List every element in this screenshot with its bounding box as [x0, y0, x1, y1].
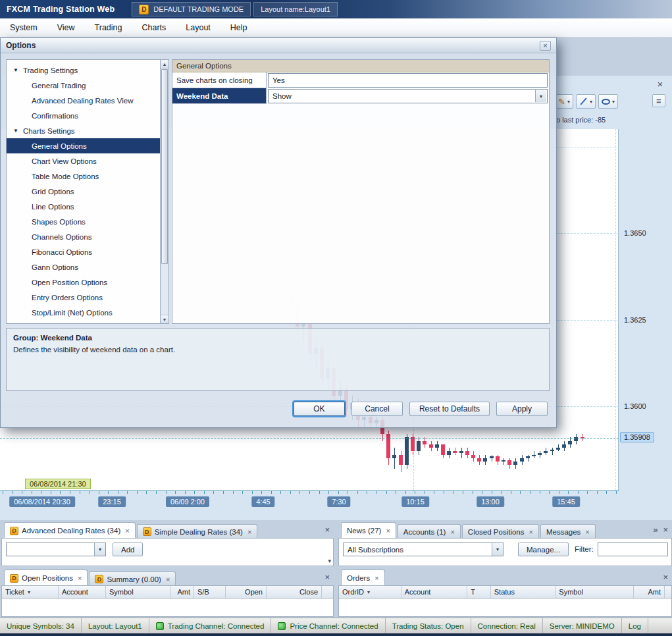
tree-item-gann-options[interactable]: Gann Options	[7, 259, 160, 275]
orders-tab-orders[interactable]: Orders×	[341, 570, 385, 586]
tab-close-icon[interactable]: ×	[78, 574, 82, 582]
tree-item-fibonacci-options[interactable]: Fibonacci Options	[7, 244, 160, 259]
instrument-dropdown[interactable]: ▾	[6, 543, 106, 556]
ok-button[interactable]: OK	[294, 402, 345, 416]
scrollbar-thumb[interactable]	[161, 69, 168, 264]
news-tab-closed-positions[interactable]: Closed Positions×	[462, 524, 539, 539]
dropdown-arrow-icon[interactable]: ▾	[535, 90, 546, 102]
chevron-down-icon[interactable]: ▾	[492, 543, 503, 556]
tree-item-trading-settings[interactable]: ▼Trading Settings	[7, 63, 160, 78]
tree-item-entry-orders-options[interactable]: Entry Orders Options	[7, 290, 160, 305]
news-tabbar: News (27)×Accounts (1)×Closed Positions×…	[338, 521, 672, 539]
tab-close-icon[interactable]: ×	[585, 528, 589, 536]
news-tab-messages[interactable]: Messages×	[540, 524, 596, 539]
column-header-account[interactable]: Account	[401, 586, 468, 598]
tab-close-icon[interactable]: ×	[375, 574, 378, 582]
close-icon[interactable]: ×	[655, 78, 665, 90]
shape-tool-button[interactable]: ▾	[598, 94, 618, 109]
column-header-amt[interactable]: Amt	[634, 586, 665, 598]
scroll-up-icon[interactable]: ▲	[161, 60, 168, 68]
positions-tab-summary-0-00[interactable]: DSummary (0.00)×	[89, 571, 176, 586]
panel-close-icon[interactable]: ×	[663, 572, 668, 582]
tree-item-shapes-options[interactable]: Shapes Options	[7, 214, 160, 229]
collapse-triangle-icon[interactable]: ▼	[13, 67, 18, 73]
add-button[interactable]: Add	[113, 543, 143, 556]
column-header-amt[interactable]: Amt	[170, 586, 194, 598]
column-header-account[interactable]: Account	[59, 586, 106, 598]
tree-item-charts-settings[interactable]: ▼Charts Settings	[7, 123, 160, 138]
setting-value-save-charts-on-closing[interactable]: Yes	[268, 73, 548, 88]
tree-item-confirmations[interactable]: Confirmations	[7, 108, 160, 123]
dealing-tab-simple-dealing-rates-34[interactable]: DSimple Dealing Rates (34)×	[137, 524, 258, 539]
news-tab-accounts-1[interactable]: Accounts (1)×	[398, 524, 461, 539]
panel-close-icon[interactable]: ×	[324, 525, 330, 535]
tree-scrollbar[interactable]: ▲ ▼	[160, 59, 169, 324]
tab-close-icon[interactable]: ×	[125, 527, 129, 535]
tree-item-table-mode-options[interactable]: Table Mode Options	[7, 169, 160, 184]
dialog-title: Options	[6, 41, 36, 50]
tab-close-icon[interactable]: ×	[247, 528, 251, 536]
reset-to-defaults-button[interactable]: Reset to Defaults	[409, 402, 490, 416]
subscriptions-dropdown[interactable]: All Subscriptions ▾	[343, 543, 504, 556]
column-header-status[interactable]: Status	[491, 586, 556, 598]
column-header-symbol[interactable]: Symbol	[556, 586, 633, 598]
filter-input[interactable]	[598, 543, 668, 556]
collapse-triangle-icon[interactable]: ▼	[13, 128, 18, 134]
time-axis-tick	[511, 491, 511, 494]
trading-mode-selector[interactable]: D DEFAULT TRADING MODE	[132, 2, 251, 16]
scroll-down-icon[interactable]: ▾	[328, 558, 331, 564]
tree-item-general-trading[interactable]: General Trading	[7, 78, 160, 93]
apply-button[interactable]: Apply	[496, 402, 548, 416]
candle	[507, 460, 511, 465]
time-axis-tick	[299, 491, 300, 494]
tab-close-icon[interactable]: ×	[386, 527, 390, 535]
news-tab-news-27[interactable]: News (27)×	[341, 522, 396, 539]
chevron-down-icon[interactable]: ▾	[612, 99, 615, 105]
menu-item-help[interactable]: Help	[220, 18, 257, 37]
column-header-ticket[interactable]: Ticket▾	[2, 586, 59, 598]
sort-caret-icon[interactable]: ▾	[367, 589, 370, 595]
tab-close-icon[interactable]: ×	[450, 528, 454, 536]
tab-overflow-icon[interactable]: »	[653, 525, 658, 535]
column-header-open[interactable]: Open	[226, 586, 267, 598]
chevron-down-icon[interactable]: ▾	[567, 99, 570, 105]
dealing-rates-body: ▾ Add ▾	[1, 538, 334, 566]
tab-close-icon[interactable]: ×	[166, 575, 170, 583]
dialog-title-bar[interactable]: Options ×	[1, 38, 556, 53]
panel-close-icon[interactable]: ×	[324, 572, 330, 582]
pencil-tool-button[interactable]: ✎ ▾	[555, 94, 573, 109]
tree-item-general-options[interactable]: General Options	[7, 138, 160, 153]
setting-value-weekend-data[interactable]: Show▾	[268, 89, 548, 103]
line-tool-button[interactable]: ▾	[576, 94, 596, 109]
column-header-s-b[interactable]: S/B	[194, 586, 226, 598]
panel-close-icon[interactable]: ×	[663, 525, 668, 535]
column-header-close[interactable]: Close	[267, 586, 322, 598]
menu-item-trading[interactable]: Trading	[85, 18, 132, 37]
chevron-down-icon[interactable]: ▾	[590, 99, 592, 105]
menu-item-layout[interactable]: Layout	[176, 18, 220, 37]
column-header-symbol[interactable]: Symbol	[106, 586, 170, 598]
dealing-tab-advanced-dealing-rates-34[interactable]: DAdvanced Dealing Rates (34)×	[4, 522, 136, 539]
close-icon[interactable]: ×	[540, 41, 551, 51]
menu-item-system[interactable]: System	[0, 18, 47, 37]
tree-item-chart-view-options[interactable]: Chart View Options	[7, 153, 160, 169]
manage-button[interactable]: Manage...	[518, 543, 569, 556]
sort-caret-icon[interactable]: ▾	[28, 589, 30, 595]
tree-item-advanced-dealing-rates-view[interactable]: Advanced Dealing Rates View	[7, 93, 160, 108]
tree-item-stop-limit-net-options[interactable]: Stop/Limit (Net) Options	[7, 305, 160, 320]
tree-item-open-position-options[interactable]: Open Position Options	[7, 275, 160, 290]
scroll-down-icon[interactable]: ▼	[161, 315, 168, 323]
cancel-button[interactable]: Cancel	[351, 402, 403, 416]
column-header-ordrid[interactable]: OrdrID▾	[339, 586, 401, 598]
positions-tab-open-positions[interactable]: DOpen Positions×	[4, 570, 88, 586]
menu-item-charts[interactable]: Charts	[132, 18, 176, 37]
chevron-down-icon[interactable]: ▾	[94, 543, 105, 556]
column-header-t[interactable]: T	[467, 586, 491, 598]
tab-close-icon[interactable]: ×	[529, 528, 533, 536]
tree-item-line-options[interactable]: Line Options	[7, 199, 160, 214]
positions-body: Ticket▾AccountSymbolAmtS/BOpenClose	[1, 585, 334, 617]
chart-menu-button[interactable]: ≡	[652, 94, 665, 107]
tree-item-grid-options[interactable]: Grid Options	[7, 184, 160, 199]
menu-item-view[interactable]: View	[47, 18, 85, 37]
tree-item-channels-options[interactable]: Channels Options	[7, 229, 160, 244]
